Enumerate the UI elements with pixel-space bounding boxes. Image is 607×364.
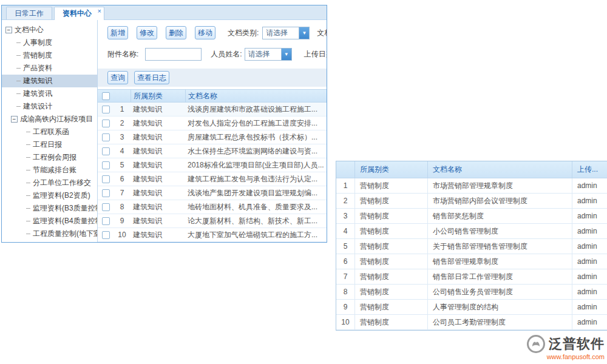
row-checkbox[interactable] — [102, 231, 110, 239]
query-button[interactable]: 查询 — [107, 71, 128, 84]
select-all-checkbox[interactable] — [102, 92, 110, 100]
tree-connector — [16, 106, 21, 107]
filter-area: 新增 修改 删除 移动 文档类别: 请选择 ▼ 文档 附件名称: 人员姓名: — [98, 20, 327, 69]
table-row[interactable]: 1 建筑知识 浅谈房屋建筑和市政基础设施工程施工... — [98, 103, 327, 116]
table-row[interactable]: 5 营销制度 关于销售部管理销售管理制度 admin — [336, 239, 607, 254]
row-checkbox[interactable] — [102, 147, 110, 155]
view-log-button[interactable]: 查看日志 — [134, 71, 169, 84]
doc-name-label-clipped: 文档 — [317, 28, 327, 38]
table-row[interactable]: 4 建筑知识 水土保持生态环境监测网络的建设与资... — [98, 144, 327, 158]
tree-item-label: 工程联系函 — [33, 127, 69, 137]
chevron-down-icon[interactable]: ▼ — [299, 27, 309, 39]
tree-connector — [26, 144, 30, 145]
collapse-icon[interactable]: − — [11, 116, 18, 123]
move-button[interactable]: 移动 — [195, 26, 215, 39]
tree-connector — [16, 81, 21, 81]
table-row[interactable]: 8 建筑知识 地砖地面材料、机具准备、质量要求及... — [98, 200, 327, 214]
table-row[interactable]: 2 营销制度 市场营销部内部会议管理制度 admin — [336, 194, 607, 209]
table-row[interactable]: 3 营销制度 销售部奖惩制度 admin — [336, 209, 607, 224]
delete-button[interactable]: 删除 — [166, 26, 186, 39]
tree-item[interactable]: 产品资料 — [2, 62, 97, 75]
row-uploader: admin — [572, 300, 607, 314]
tree-item[interactable]: 节能减排台账 — [2, 164, 97, 177]
row-checkbox[interactable] — [102, 217, 110, 225]
table-row[interactable]: 6 建筑知识 建筑工程施工发包与承包违法行为认定... — [98, 172, 327, 186]
table-row[interactable]: 10 营销制度 公司员工考勤管理制度 admin — [336, 315, 607, 330]
table-row[interactable]: 9 营销制度 人事管理制度的结构 admin — [336, 300, 607, 315]
table-row[interactable]: 4 营销制度 小公司销售管理制度 admin — [336, 224, 607, 239]
row-name: 公司销售业务员管理制度 — [427, 285, 572, 299]
row-category: 营销制度 — [354, 209, 427, 223]
row-category: 建筑知识 — [131, 118, 185, 129]
document-center-panel: 日常工作 资料中心 × − 文档中心 人事制度 营销制度 产品资料 — [1, 5, 327, 243]
row-category: 建筑知识 — [131, 174, 185, 184]
row-number: 8 — [114, 203, 131, 211]
row-checkbox[interactable] — [102, 175, 110, 183]
tab-label: 日常工作 — [15, 8, 44, 19]
upload-column-header: 上传... — [572, 161, 607, 178]
tree-item[interactable]: 建筑设计 — [2, 100, 97, 113]
tree-item[interactable]: 分工单位工作移交 — [2, 177, 97, 189]
row-category: 营销制度 — [354, 254, 427, 269]
table-header-row: 所属别类 文档名称 上传... — [336, 161, 607, 178]
tab-bar: 日常工作 资料中心 × — [2, 5, 327, 20]
tree-connector — [16, 55, 21, 56]
table-row[interactable]: 5 建筑知识 2018标准化监理项目部(业主项目部)人员... — [98, 158, 327, 172]
tree-item[interactable]: 营销制度 — [2, 49, 97, 62]
tree-item[interactable]: 工程联系函 — [2, 126, 97, 138]
toolbar-row: 新增 修改 删除 移动 文档类别: 请选择 ▼ 文档 — [107, 26, 327, 39]
row-name: 公司员工考勤管理制度 — [427, 315, 572, 329]
row-name: 人事管理制度的结构 — [427, 300, 572, 314]
row-name: 水土保持生态环境监测网络的建设与资... — [185, 146, 327, 157]
add-button[interactable]: 新增 — [107, 26, 128, 39]
row-checkbox[interactable] — [102, 161, 110, 169]
row-category: 营销制度 — [354, 285, 427, 299]
tree-item-selected[interactable]: 建筑知识 — [2, 75, 97, 87]
table-row[interactable]: 9 建筑知识 论大厦新材料、新结构、新技术、新工... — [98, 214, 327, 228]
tree-item[interactable]: 工程例会周报 — [2, 151, 97, 164]
row-checkbox[interactable] — [102, 106, 110, 113]
table-row[interactable]: 2 建筑知识 对发包人指定分包的工程施工进度安排... — [98, 116, 327, 130]
tab-data-center[interactable]: 资料中心 × — [54, 7, 104, 20]
doc-category-select[interactable]: 请选择 ▼ — [262, 27, 310, 39]
row-checkbox[interactable] — [102, 133, 110, 141]
row-category: 营销制度 — [354, 315, 427, 329]
row-uploader: admin — [572, 224, 607, 238]
attachment-name-input[interactable] — [145, 48, 202, 61]
table-row[interactable]: 8 营销制度 公司销售业务员管理制度 admin — [336, 285, 607, 300]
row-number: 6 — [336, 254, 354, 269]
person-name-select[interactable]: 请选择 ▼ — [245, 48, 292, 61]
row-category: 营销制度 — [354, 224, 427, 238]
table-row[interactable]: 1 营销制度 市场营销部管理规章制度 admin — [336, 178, 607, 194]
table-row[interactable]: 10 建筑知识 大厦地下室加气砼墙砌筑工程的施工方... — [98, 228, 327, 242]
row-name: 建筑工程施工发包与承包违法行为认定... — [185, 174, 327, 184]
tree-item-document-center[interactable]: − 文档中心 — [2, 24, 97, 36]
row-checkbox[interactable] — [102, 203, 110, 211]
tree-item[interactable]: 人事制度 — [2, 36, 97, 49]
tree-item-project-root[interactable]: − 成渝高铁内江标段项目 — [2, 113, 97, 126]
table-row[interactable]: 7 营销制度 销售部日常工作管理制度 admin — [336, 269, 607, 285]
row-checkbox[interactable] — [102, 189, 110, 197]
modify-button[interactable]: 修改 — [137, 26, 157, 39]
tree-item[interactable]: 监理资料(B4质量控制) — [2, 215, 97, 228]
tree-item[interactable]: 监理资料(B2资质) — [2, 189, 97, 202]
collapse-icon[interactable]: − — [5, 27, 12, 33]
document-tree: − 文档中心 人事制度 营销制度 产品资料 建筑知识 建筑资讯 — [2, 20, 98, 242]
close-icon[interactable]: × — [98, 8, 101, 15]
tree-item[interactable]: 工程日报 — [2, 138, 97, 151]
tab-daily-work[interactable]: 日常工作 — [6, 7, 52, 19]
row-name: 销售部管理规章制度 — [427, 254, 572, 269]
row-name: 论大厦新材料、新结构、新技术、新工... — [185, 216, 327, 226]
row-category: 营销制度 — [354, 300, 427, 314]
row-uploader: admin — [572, 239, 607, 254]
table-row[interactable]: 6 营销制度 销售部管理规章制度 admin — [336, 254, 607, 269]
tree-item[interactable]: 工程质量控制(±0以上) — [2, 240, 97, 242]
chevron-down-icon[interactable]: ▼ — [281, 49, 291, 60]
table-row[interactable]: 3 建筑知识 房屋建筑工程总承包投标书（技术标）... — [98, 130, 327, 144]
table-row[interactable]: 7 建筑知识 浅谈地产集团开发建设项目监理规划编... — [98, 186, 327, 200]
tree-item[interactable]: 建筑资讯 — [2, 87, 97, 100]
row-number: 9 — [114, 217, 131, 225]
tree-item[interactable]: 工程质量控制(地下室) — [2, 228, 97, 240]
row-checkbox[interactable] — [102, 120, 110, 127]
tree-item[interactable]: 监理资料(B3质量控制) — [2, 202, 97, 215]
